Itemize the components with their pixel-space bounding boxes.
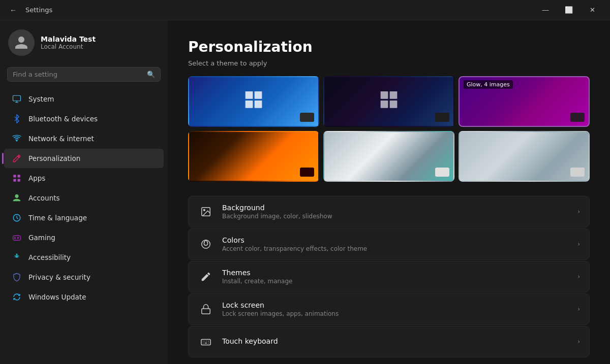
background-desc: Background image, color, slideshow bbox=[222, 213, 569, 220]
accessibility-icon bbox=[12, 253, 21, 262]
maximize-button[interactable]: ⬜ bbox=[557, 0, 581, 20]
theme-grid: Glow, 4 images bbox=[188, 76, 590, 182]
titlebar: ← Settings — ⬜ ✕ bbox=[0, 0, 610, 20]
background-icon bbox=[198, 204, 214, 220]
colors-title: Colors bbox=[222, 236, 569, 244]
lockscreen-title: Lock screen bbox=[222, 301, 569, 309]
app-body: Malavida Test Local Account Find a setti… bbox=[0, 20, 610, 364]
theme-item-2[interactable] bbox=[323, 76, 454, 127]
svg-point-18 bbox=[203, 209, 205, 211]
apps-icon bbox=[12, 174, 21, 183]
sidebar-item-label: System bbox=[28, 95, 54, 103]
sidebar-item-update[interactable]: Windows Update bbox=[4, 287, 164, 307]
touchkeyboard-chevron: › bbox=[577, 338, 580, 345]
colors-desc: Accent color, transparency effects, colo… bbox=[222, 245, 569, 252]
network-icon bbox=[12, 134, 21, 143]
theme-item-3[interactable]: Glow, 4 images bbox=[459, 76, 590, 127]
themes-text: Themes Install, create, manage bbox=[222, 269, 569, 285]
sidebar-item-network[interactable]: Network & internet bbox=[4, 129, 164, 148]
colors-text: Colors Accent color, transparency effect… bbox=[222, 236, 569, 252]
system-icon bbox=[12, 94, 21, 104]
close-button[interactable]: ✕ bbox=[581, 0, 604, 20]
settings-item-background[interactable]: Background Background image, color, slid… bbox=[188, 196, 590, 227]
sidebar-item-label: Accessibility bbox=[28, 253, 71, 261]
update-icon bbox=[12, 292, 21, 302]
lockscreen-desc: Lock screen images, apps, animations bbox=[222, 310, 569, 317]
time-icon bbox=[12, 213, 21, 222]
section-subtitle: Select a theme to apply bbox=[188, 59, 590, 67]
sidebar-item-personalization[interactable]: Personalization bbox=[4, 149, 164, 168]
personalization-icon bbox=[12, 154, 21, 163]
svg-rect-2 bbox=[13, 175, 16, 177]
svg-rect-13 bbox=[381, 91, 388, 99]
sidebar-item-privacy[interactable]: Privacy & security bbox=[4, 268, 164, 287]
theme-item-5[interactable] bbox=[323, 131, 454, 182]
svg-rect-3 bbox=[18, 175, 20, 177]
svg-rect-0 bbox=[13, 95, 21, 101]
sidebar-item-system[interactable]: System bbox=[4, 89, 164, 109]
sidebar-item-label: Accounts bbox=[28, 194, 60, 202]
sidebar-item-bluetooth[interactable]: Bluetooth & devices bbox=[4, 109, 164, 128]
user-profile[interactable]: Malavida Test Local Account bbox=[0, 20, 168, 63]
svg-rect-20 bbox=[202, 309, 210, 314]
bluetooth-icon bbox=[12, 114, 21, 123]
colors-chevron: › bbox=[577, 241, 580, 248]
settings-list: Background Background image, color, slid… bbox=[188, 196, 590, 357]
theme-item-4[interactable] bbox=[188, 131, 319, 182]
search-placeholder: Find a setting bbox=[13, 71, 143, 78]
theme-item-6[interactable] bbox=[459, 131, 590, 182]
avatar bbox=[8, 29, 35, 56]
user-type: Local Account bbox=[41, 43, 96, 50]
background-title: Background bbox=[222, 204, 569, 212]
page-title: Personalization bbox=[188, 39, 590, 55]
sidebar-item-label: Time & language bbox=[28, 214, 87, 222]
minimize-button[interactable]: — bbox=[534, 0, 557, 20]
search-icon: 🔍 bbox=[147, 71, 155, 78]
search-container: Find a setting 🔍 bbox=[0, 63, 168, 89]
themes-desc: Install, create, manage bbox=[222, 278, 569, 285]
sidebar-item-accounts[interactable]: Accounts bbox=[4, 188, 164, 208]
settings-item-touchkeyboard[interactable]: Touch keyboard › bbox=[188, 326, 590, 357]
window-controls: — ⬜ ✕ bbox=[534, 0, 604, 20]
sidebar-item-label: Bluetooth & devices bbox=[28, 115, 98, 123]
sidebar-item-label: Privacy & security bbox=[28, 273, 90, 281]
sidebar: Malavida Test Local Account Find a setti… bbox=[0, 20, 168, 364]
theme-label: Glow, 4 images bbox=[464, 80, 513, 89]
settings-item-colors[interactable]: Colors Accent color, transparency effect… bbox=[188, 228, 590, 260]
svg-rect-4 bbox=[13, 179, 16, 182]
sidebar-item-accessibility[interactable]: Accessibility bbox=[4, 248, 164, 267]
svg-rect-12 bbox=[255, 101, 262, 108]
themes-title: Themes bbox=[222, 269, 569, 277]
sidebar-item-label: Gaming bbox=[28, 234, 55, 242]
touchkeyboard-title: Touch keyboard bbox=[222, 337, 569, 345]
settings-item-lockscreen[interactable]: Lock screen Lock screen images, apps, an… bbox=[188, 293, 590, 325]
sidebar-item-apps[interactable]: Apps bbox=[4, 169, 164, 188]
svg-rect-10 bbox=[255, 91, 262, 99]
sidebar-item-label: Windows Update bbox=[28, 293, 86, 301]
nav-list: System Bluetooth & devices Network & int… bbox=[0, 89, 168, 307]
svg-rect-9 bbox=[246, 91, 253, 99]
app-title: Settings bbox=[25, 6, 529, 14]
sidebar-item-time[interactable]: Time & language bbox=[4, 208, 164, 227]
gaming-icon bbox=[12, 233, 21, 242]
svg-rect-16 bbox=[390, 101, 398, 108]
svg-point-1 bbox=[16, 140, 17, 141]
accounts-icon bbox=[12, 193, 21, 203]
theme-item-1[interactable] bbox=[188, 76, 319, 127]
settings-item-themes[interactable]: Themes Install, create, manage › bbox=[188, 261, 590, 292]
privacy-icon bbox=[12, 273, 21, 282]
themes-chevron: › bbox=[577, 273, 580, 280]
lockscreen-text: Lock screen Lock screen images, apps, an… bbox=[222, 301, 569, 317]
user-info: Malavida Test Local Account bbox=[41, 35, 96, 50]
sidebar-item-gaming[interactable]: Gaming bbox=[4, 228, 164, 247]
svg-rect-14 bbox=[390, 91, 398, 99]
back-button[interactable]: ← bbox=[6, 3, 20, 17]
svg-rect-15 bbox=[381, 101, 388, 108]
background-chevron: › bbox=[577, 208, 580, 215]
main-content: Personalization Select a theme to apply bbox=[168, 20, 610, 364]
svg-rect-5 bbox=[18, 179, 20, 182]
user-name: Malavida Test bbox=[41, 35, 96, 43]
search-box[interactable]: Find a setting 🔍 bbox=[7, 67, 161, 82]
lockscreen-chevron: › bbox=[577, 306, 580, 313]
sidebar-item-label: Apps bbox=[28, 174, 45, 182]
